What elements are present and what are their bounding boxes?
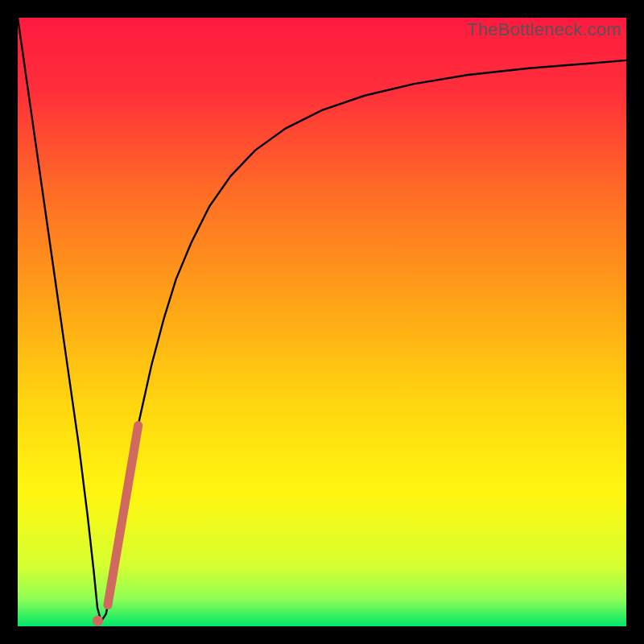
plot-area: TheBottleneck.com <box>18 18 626 626</box>
chart-frame: TheBottleneck.com <box>0 0 644 644</box>
marker-min-dot <box>93 616 103 626</box>
chart-svg <box>18 18 626 626</box>
watermark-text: TheBottleneck.com <box>467 19 621 40</box>
gradient-bg <box>18 18 626 626</box>
